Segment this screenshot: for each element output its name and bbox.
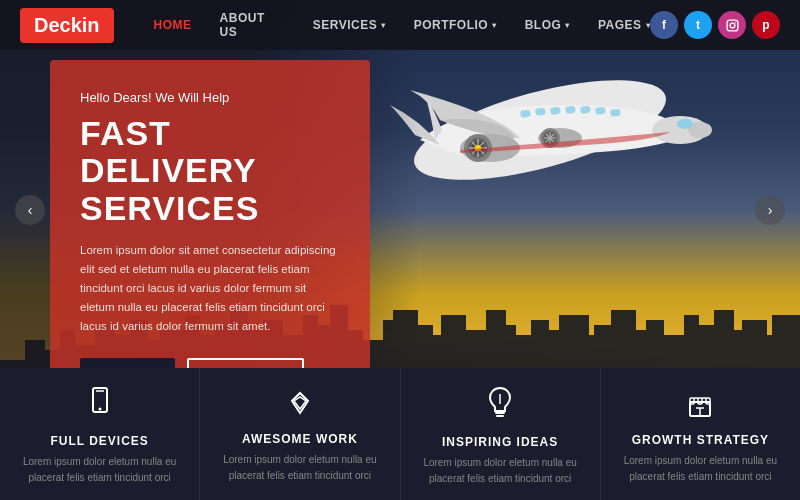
navbar: Deckin HOME ABOUT US SERVICES ▾ PORTFOLI… [0, 0, 800, 50]
hero-section: Hello Dears! We Will Help FAST DELIVERY … [0, 0, 800, 420]
svg-point-76 [677, 119, 693, 129]
svg-point-1 [730, 23, 735, 28]
nav-portfolio[interactable]: PORTFOLIO ▾ [414, 18, 497, 32]
instagram-icon[interactable] [718, 11, 746, 39]
feature-awesome-work-desc: Lorem ipsum dolor eletum nulla eu placer… [220, 452, 379, 483]
portfolio-dropdown-arrow: ▾ [492, 21, 497, 30]
feature-awesome-work: AWESOME WORK Lorem ipsum dolor eletum nu… [200, 368, 400, 500]
hero-title: FAST DELIVERY SERVICES [80, 115, 340, 227]
svg-point-94 [98, 408, 101, 411]
nav-pages[interactable]: PAGES ▾ [598, 18, 650, 32]
svg-point-2 [734, 21, 735, 22]
feature-growth-strategy-desc: Lorem ipsum dolor eletum nulla eu placer… [621, 453, 780, 484]
svg-rect-96 [495, 412, 505, 414]
feature-full-devices-desc: Lorem ipsum dolor eletum nulla eu placer… [20, 454, 179, 485]
feature-growth-strategy: GROWTH STRATEGY Lorem ipsum dolor eletum… [601, 368, 800, 500]
nav-home[interactable]: HOME [154, 18, 192, 32]
hero-subtitle: Hello Dears! We Will Help [80, 90, 340, 105]
features-section: FULL DEVICES Lorem ipsum dolor eletum nu… [0, 368, 800, 500]
nav-services[interactable]: SERVICES ▾ [313, 18, 386, 32]
facebook-icon[interactable]: f [650, 11, 678, 39]
hero-content-card: Hello Dears! We Will Help FAST DELIVERY … [50, 60, 370, 420]
awesome-work-icon [284, 389, 316, 424]
carousel-next-button[interactable]: › [755, 195, 785, 225]
svg-rect-97 [496, 415, 504, 417]
twitter-icon[interactable]: t [684, 11, 712, 39]
feature-full-devices: FULL DEVICES Lorem ipsum dolor eletum nu… [0, 368, 200, 500]
feature-growth-strategy-title: GROWTH STRATEGY [632, 433, 769, 447]
brand-logo[interactable]: Deckin [20, 8, 114, 43]
nav-blog[interactable]: BLOG ▾ [525, 18, 570, 32]
nav-links: HOME ABOUT US SERVICES ▾ PORTFOLIO ▾ BLO… [154, 11, 650, 39]
feature-inspiring-ideas: INSPIRING IDEAS Lorem ipsum dolor eletum… [401, 368, 601, 500]
services-dropdown-arrow: ▾ [381, 21, 386, 30]
blog-dropdown-arrow: ▾ [565, 21, 570, 30]
inspiring-ideas-icon [486, 386, 514, 427]
feature-awesome-work-title: AWESOME WORK [242, 432, 358, 446]
nav-about[interactable]: ABOUT US [220, 11, 285, 39]
carousel-prev-button[interactable]: ‹ [15, 195, 45, 225]
feature-inspiring-ideas-title: INSPIRING IDEAS [442, 435, 558, 449]
full-devices-icon [86, 387, 114, 426]
hero-description: Lorem ipsum dolor sit amet consectetur a… [80, 241, 340, 336]
svg-rect-0 [727, 20, 738, 31]
feature-full-devices-title: FULL DEVICES [50, 434, 148, 448]
feature-inspiring-ideas-desc: Lorem ipsum dolor eletum nulla eu placer… [421, 455, 580, 486]
growth-strategy-icon [684, 388, 716, 425]
pinterest-icon[interactable]: p [752, 11, 780, 39]
social-icons: f t p [650, 11, 780, 39]
